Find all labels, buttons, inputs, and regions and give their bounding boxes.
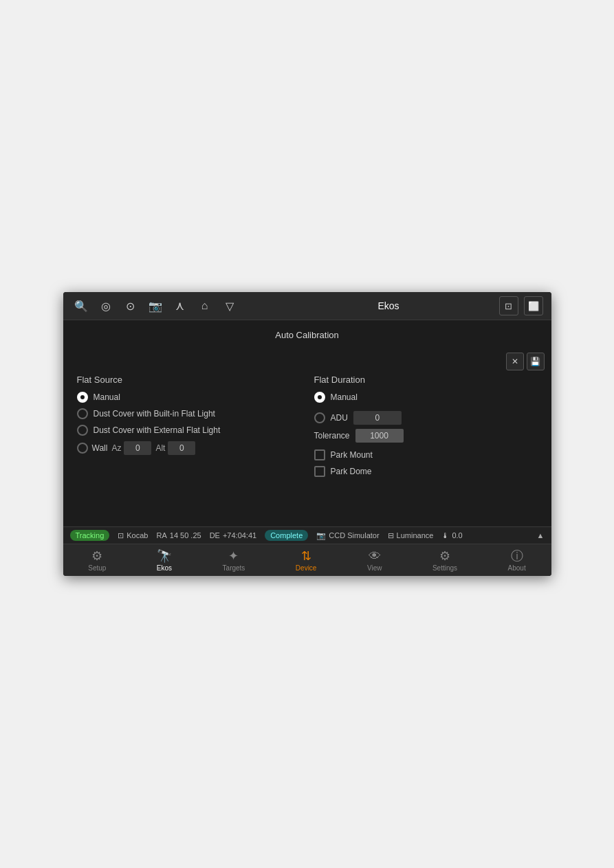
camera-icon[interactable]: 📷: [146, 296, 165, 315]
flat-source-external-label: Dust Cover with External Flat Light: [94, 425, 221, 435]
search-icon[interactable]: 🔍: [72, 296, 91, 315]
nav-setup[interactable]: ⚙ Setup: [80, 548, 114, 573]
radio-duration-adu[interactable]: [314, 412, 325, 423]
flat-source-wall-label: Wall: [92, 443, 108, 453]
camera-name: CCD Simulator: [329, 531, 379, 539]
radio-external[interactable]: [77, 425, 88, 436]
toolbar-right: ⊡ ⬜: [499, 296, 543, 315]
flat-duration-section: Flat Duration Manual ADU: [314, 375, 538, 477]
layout-button[interactable]: ⊡: [499, 296, 518, 315]
duration-manual[interactable]: Manual: [314, 392, 538, 403]
settings-label: Settings: [432, 564, 457, 572]
mount-icon: ⊡: [118, 531, 124, 540]
toolbar: 🔍 ◎ ⊙ 📷 ⋏ ⌂ ▽ Ekos ⊡ ⬜: [63, 292, 551, 320]
content-area: Auto Calibration ✕ 💾 Flat Source Manual: [63, 320, 551, 526]
view-icon: 👁: [369, 550, 381, 562]
flat-source-section: Flat Source Manual Dust Cover with Built…: [77, 375, 300, 477]
device-icon: ⇅: [301, 550, 311, 562]
park-mount-checkbox[interactable]: [314, 449, 325, 460]
scheduler-icon[interactable]: ▽: [220, 296, 239, 315]
filter-item: ⊟ Luminance: [388, 531, 434, 540]
nav-settings[interactable]: ⚙ Settings: [424, 548, 465, 573]
tracking-badge: Tracking: [70, 530, 110, 541]
panel-controls: ✕ 💾: [70, 353, 545, 370]
flat-source-options: Manual Dust Cover with Built-in Flat Lig…: [77, 392, 300, 455]
park-dome-item[interactable]: Park Dome: [314, 466, 538, 477]
flat-duration-title: Flat Duration: [314, 375, 538, 385]
az-input[interactable]: [124, 441, 151, 455]
settings-icon: ⚙: [439, 550, 450, 562]
radio-builtin[interactable]: [77, 408, 88, 419]
temp-icon: 🌡: [441, 531, 449, 539]
temp-item: 🌡 0.0: [441, 531, 462, 539]
adu-row: ADU: [314, 411, 538, 425]
camera-item: 📷 CCD Simulator: [316, 531, 379, 540]
targets-label: Targets: [223, 564, 245, 572]
flat-source-title: Flat Source: [77, 375, 300, 385]
close-panel-button[interactable]: ✕: [506, 353, 524, 370]
setup-label: Setup: [88, 564, 106, 572]
expand-button[interactable]: ▲: [537, 531, 545, 539]
park-mount-label: Park Mount: [331, 450, 373, 460]
mount-item: ⊡ Kocab: [118, 531, 148, 540]
duration-manual-label: Manual: [331, 392, 358, 402]
fullscreen-button[interactable]: ⬜: [524, 296, 543, 315]
park-options: Park Mount Park Dome: [314, 449, 538, 477]
about-icon: ⓘ: [511, 550, 523, 562]
park-dome-checkbox[interactable]: [314, 466, 325, 477]
ekos-label: Ekos: [157, 564, 172, 572]
nav-about[interactable]: ⓘ About: [500, 548, 534, 573]
app-title: Ekos: [285, 300, 492, 311]
nav-targets[interactable]: ✦ Targets: [215, 548, 254, 573]
save-panel-button[interactable]: 💾: [527, 353, 545, 370]
flat-source-wall[interactable]: Wall Az Alt: [77, 441, 300, 455]
nav-device[interactable]: ⇅ Device: [287, 548, 325, 573]
status-bar: Tracking ⊡ Kocab RA 14 50 .25 DE +74:04:…: [63, 526, 551, 544]
flat-source-external[interactable]: Dust Cover with External Flat Light: [77, 425, 300, 436]
bottom-nav: ⚙ Setup 🔭 Ekos ✦ Targets ⇅ Device 👁 View…: [63, 544, 551, 576]
flat-source-manual-label: Manual: [94, 392, 120, 402]
de-label: DE: [210, 531, 220, 539]
filter-name: Luminance: [397, 531, 434, 539]
ekos-icon: 🔭: [157, 550, 172, 562]
duration-adu[interactable]: ADU: [314, 412, 348, 423]
ra-item: RA 14 50 .25: [156, 531, 201, 539]
ra-value: 14 50 .25: [170, 531, 201, 539]
alt-input[interactable]: [168, 441, 195, 455]
tolerance-label: Tolerance: [314, 431, 350, 441]
mount-name: Kocab: [127, 531, 148, 539]
mount-icon[interactable]: ⋏: [171, 296, 190, 315]
radio-wall[interactable]: [77, 443, 88, 454]
toolbar-icons: 🔍 ◎ ⊙ 📷 ⋏ ⌂ ▽: [72, 296, 278, 315]
alt-label: Alt: [155, 443, 165, 453]
temp-value: 0.0: [452, 531, 462, 539]
adu-input[interactable]: [353, 411, 402, 425]
compass-icon[interactable]: ⊙: [121, 296, 140, 315]
complete-badge: Complete: [265, 530, 308, 541]
tolerance-row: Tolerance: [314, 429, 538, 443]
az-field: Az: [111, 441, 151, 455]
filter-icon: ⊟: [388, 531, 394, 540]
about-label: About: [508, 564, 526, 572]
radio-manual[interactable]: [77, 392, 88, 403]
app-window: 🔍 ◎ ⊙ 📷 ⋏ ⌂ ▽ Ekos ⊡ ⬜ Auto Calibration …: [63, 292, 551, 576]
view-label: View: [367, 564, 382, 572]
target-icon[interactable]: ◎: [96, 296, 116, 315]
targets-icon: ✦: [228, 550, 239, 562]
section-title: Auto Calibration: [70, 327, 545, 343]
dome-icon[interactable]: ⌂: [195, 296, 215, 315]
park-dome-label: Park Dome: [331, 467, 372, 476]
flat-source-manual[interactable]: Manual: [77, 392, 300, 403]
setup-icon: ⚙: [91, 550, 102, 562]
de-value: +74:04:41: [223, 531, 256, 539]
flat-source-builtin[interactable]: Dust Cover with Built-in Flat Light: [77, 408, 300, 419]
alt-field: Alt: [155, 441, 195, 455]
nav-ekos[interactable]: 🔭 Ekos: [149, 548, 180, 573]
flat-source-builtin-label: Dust Cover with Built-in Flat Light: [94, 409, 215, 419]
nav-view[interactable]: 👁 View: [359, 548, 391, 573]
park-mount-item[interactable]: Park Mount: [314, 449, 538, 460]
radio-duration-manual[interactable]: [314, 392, 325, 403]
camera-status-icon: 📷: [316, 531, 326, 540]
de-item: DE +74:04:41: [210, 531, 257, 539]
tolerance-input[interactable]: [355, 429, 404, 443]
